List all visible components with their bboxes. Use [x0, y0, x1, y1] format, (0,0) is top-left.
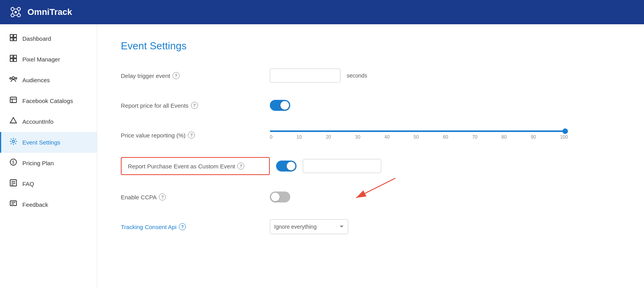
- audiences-icon: [9, 75, 18, 85]
- svg-point-0: [11, 7, 14, 11]
- sidebar-item-pricing-plan[interactable]: $ Pricing Plan: [0, 153, 97, 173]
- feedback-icon: [9, 200, 18, 210]
- report-price-toggle[interactable]: [270, 100, 290, 111]
- main-layout: Dashboard Pixel Manager: [0, 24, 644, 289]
- sidebar-item-faq[interactable]: FAQ: [0, 173, 97, 194]
- sidebar-item-label: Pixel Manager: [22, 56, 60, 63]
- sidebar-item-label: Dashboard: [22, 35, 51, 42]
- svg-rect-16: [14, 59, 16, 61]
- price-value-label: Price value reporting (%) ?: [121, 132, 270, 139]
- svg-rect-10: [14, 34, 16, 37]
- sidebar-item-label: Audiences: [22, 77, 50, 83]
- report-price-toggle-slider: [270, 100, 290, 111]
- logo-icon: [8, 4, 24, 20]
- report-purchase-highlighted-box: Report Purchase Event as Custom Event ?: [121, 157, 270, 175]
- account-info-icon: [9, 117, 18, 126]
- sidebar-item-label: Feedback: [22, 201, 48, 208]
- sidebar-item-label: Facebook Catalogs: [22, 98, 73, 104]
- report-purchase-help-icon[interactable]: ?: [237, 163, 244, 170]
- report-purchase-control: [276, 159, 381, 173]
- tracking-consent-label: Tracking Consent Api ?: [121, 223, 270, 230]
- delay-trigger-input[interactable]: [270, 69, 340, 83]
- tracking-consent-help-icon[interactable]: ?: [179, 223, 186, 230]
- svg-text:$: $: [12, 160, 15, 164]
- tracking-consent-select[interactable]: Ignore everything Cookiebot OneTrust Cus…: [270, 219, 348, 234]
- svg-rect-15: [10, 59, 13, 61]
- svg-point-1: [17, 7, 20, 11]
- faq-icon: [9, 179, 18, 189]
- svg-point-18: [10, 78, 11, 79]
- svg-rect-9: [10, 34, 13, 37]
- sidebar-item-audiences[interactable]: Audiences: [0, 70, 97, 90]
- delay-trigger-label: Delay trigger event ?: [121, 72, 270, 79]
- svg-point-4: [15, 11, 17, 13]
- pixel-manager-icon: [9, 54, 18, 64]
- app-header: OmniTrack: [0, 0, 644, 24]
- price-value-row: Price value reporting (%) ? 0 10 20 30 4…: [121, 127, 620, 143]
- enable-ccpa-toggle[interactable]: [270, 191, 290, 202]
- svg-point-3: [17, 14, 20, 17]
- svg-rect-13: [10, 55, 13, 58]
- svg-rect-14: [14, 55, 16, 58]
- svg-rect-30: [10, 201, 16, 206]
- report-price-control: [270, 100, 290, 111]
- report-purchase-toggle-slider: [276, 161, 297, 172]
- sidebar-item-event-settings[interactable]: Event Settings: [0, 132, 97, 153]
- delay-trigger-row: Delay trigger event ? seconds: [121, 68, 620, 83]
- enable-ccpa-control: [270, 191, 290, 202]
- sidebar-item-label: Pricing Plan: [22, 160, 54, 166]
- svg-rect-11: [10, 38, 13, 41]
- tracking-consent-row: Tracking Consent Api ? Ignore everything…: [121, 219, 620, 235]
- enable-ccpa-row: Enable CCPA ?: [121, 189, 620, 205]
- report-purchase-row: Report Purchase Event as Custom Event ?: [121, 157, 620, 175]
- report-purchase-toggle[interactable]: [276, 161, 297, 172]
- sidebar-item-account-info[interactable]: AccountInfo: [0, 111, 97, 132]
- svg-point-23: [12, 140, 15, 143]
- svg-rect-12: [14, 38, 16, 41]
- enable-ccpa-label: Enable CCPA ?: [121, 193, 270, 200]
- sidebar: Dashboard Pixel Manager: [0, 24, 97, 289]
- svg-point-19: [15, 78, 17, 79]
- sidebar-item-facebook-catalogs[interactable]: Facebook Catalogs: [0, 90, 97, 111]
- svg-point-17: [12, 77, 15, 79]
- event-settings-icon: [9, 137, 18, 147]
- main-content: Event Settings Delay trigger event ? sec…: [97, 24, 644, 289]
- sidebar-item-dashboard[interactable]: Dashboard: [0, 28, 97, 49]
- report-purchase-label: Report Purchase Event as Custom Event: [128, 163, 235, 170]
- delay-trigger-control: seconds: [270, 69, 367, 83]
- tracking-consent-control: Ignore everything Cookiebot OneTrust Cus…: [270, 219, 348, 234]
- slider-labels: 0 10 20 30 40 50 60 70 80 90 100: [270, 134, 568, 140]
- report-price-label: Report price for all Events ?: [121, 102, 270, 109]
- price-value-slider-container: 0 10 20 30 40 50 60 70 80 90 100: [270, 130, 568, 140]
- delay-trigger-help-icon[interactable]: ?: [173, 72, 180, 79]
- report-price-help-icon[interactable]: ?: [191, 102, 198, 109]
- custom-event-input[interactable]: [303, 159, 381, 173]
- price-value-slider[interactable]: [270, 130, 568, 132]
- enable-ccpa-help-icon[interactable]: ?: [159, 193, 166, 200]
- sidebar-item-label: AccountInfo: [22, 118, 53, 125]
- facebook-catalogs-icon: [9, 96, 18, 106]
- logo-container: OmniTrack: [8, 4, 72, 20]
- pricing-plan-icon: $: [9, 158, 18, 168]
- delay-trigger-unit: seconds: [347, 72, 367, 79]
- page-title: Event Settings: [121, 40, 620, 52]
- sidebar-item-feedback[interactable]: Feedback: [0, 194, 97, 215]
- sidebar-item-label: Event Settings: [22, 139, 60, 146]
- report-price-row: Report price for all Events ?: [121, 98, 620, 113]
- sidebar-item-label: FAQ: [22, 181, 34, 187]
- enable-ccpa-toggle-slider: [270, 191, 290, 202]
- sidebar-item-pixel-manager[interactable]: Pixel Manager: [0, 49, 97, 70]
- svg-rect-20: [10, 97, 16, 103]
- dashboard-icon: [9, 34, 18, 43]
- price-value-help-icon[interactable]: ?: [188, 132, 195, 139]
- app-title: OmniTrack: [27, 7, 72, 17]
- svg-point-2: [11, 14, 14, 17]
